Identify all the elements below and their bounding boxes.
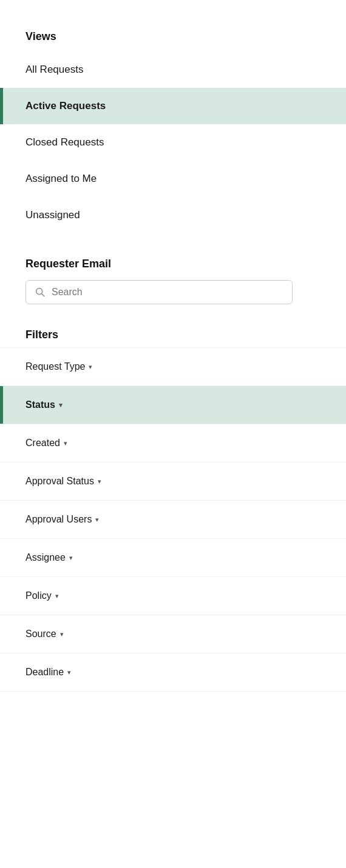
filter-item-policy[interactable]: Policy ▾ <box>0 576 346 615</box>
search-icon <box>35 287 46 298</box>
sidebar: Views All Requests Active Requests Close… <box>0 0 346 692</box>
nav-item-unassigned[interactable]: Unassigned <box>0 197 346 233</box>
nav-list: All Requests Active Requests Closed Requ… <box>0 52 346 233</box>
chevron-down-icon: ▾ <box>95 516 99 524</box>
chevron-down-icon: ▾ <box>64 439 67 447</box>
chevron-down-icon: ▾ <box>69 554 73 562</box>
chevron-down-icon: ▾ <box>60 630 64 638</box>
chevron-down-icon: ▾ <box>67 669 71 676</box>
search-box[interactable] <box>25 280 293 304</box>
nav-item-closed-requests[interactable]: Closed Requests <box>0 124 346 161</box>
chevron-down-icon: ▾ <box>98 478 101 486</box>
nav-item-all-requests[interactable]: All Requests <box>0 52 346 88</box>
filters-section: Filters Request Type ▾ Status ▾ Created … <box>0 304 346 692</box>
filter-item-approval-status[interactable]: Approval Status ▾ <box>0 462 346 500</box>
svg-line-1 <box>42 294 45 297</box>
chevron-down-icon: ▾ <box>59 401 63 409</box>
filter-item-deadline[interactable]: Deadline ▾ <box>0 653 346 692</box>
filter-item-created[interactable]: Created ▾ <box>0 424 346 462</box>
nav-item-assigned-to-me[interactable]: Assigned to Me <box>0 161 346 197</box>
filter-item-assignee[interactable]: Assignee ▾ <box>0 538 346 576</box>
chevron-down-icon: ▾ <box>89 363 92 371</box>
filter-item-approval-users[interactable]: Approval Users ▾ <box>0 500 346 538</box>
requester-email-section: Requester Email <box>0 252 346 304</box>
search-input[interactable] <box>52 287 283 298</box>
chevron-down-icon: ▾ <box>55 592 59 600</box>
views-section-label: Views <box>0 24 346 52</box>
nav-item-active-requests[interactable]: Active Requests <box>0 88 346 124</box>
filter-item-request-type[interactable]: Request Type ▾ <box>0 347 346 386</box>
requester-email-label: Requester Email <box>25 258 321 270</box>
filters-section-label: Filters <box>0 322 346 347</box>
filter-item-status[interactable]: Status ▾ <box>0 386 346 424</box>
svg-point-0 <box>36 289 42 295</box>
filter-item-source[interactable]: Source ▾ <box>0 615 346 653</box>
